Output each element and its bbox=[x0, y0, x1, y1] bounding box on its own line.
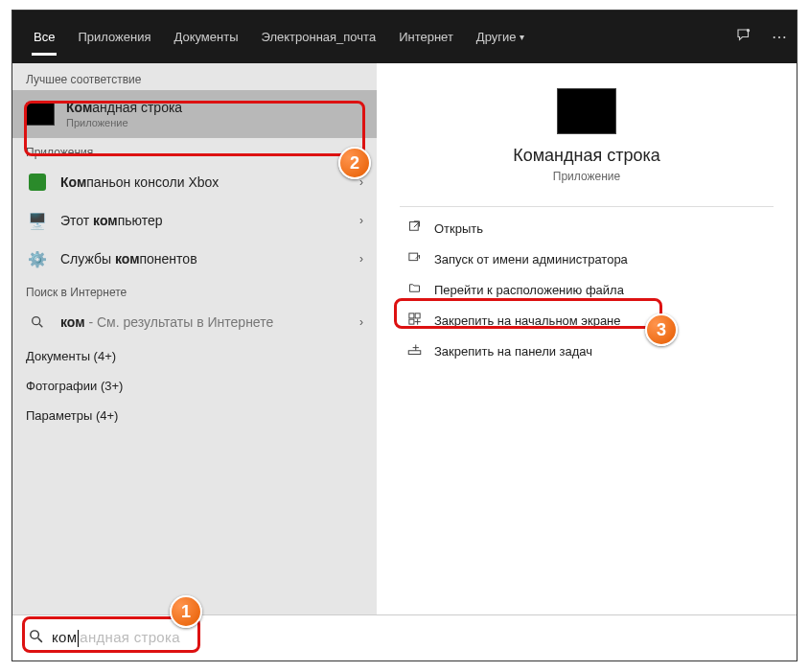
section-best-match: Лучшее соответствие bbox=[12, 65, 377, 90]
chevron-down-icon: ▾ bbox=[520, 32, 524, 42]
tab-all[interactable]: Все bbox=[22, 11, 66, 63]
result-command-prompt[interactable]: Командная строка Приложение bbox=[12, 90, 377, 138]
xbox-icon bbox=[29, 174, 46, 191]
svg-rect-7 bbox=[415, 313, 420, 318]
results-panel: Лучшее соответствие Командная строка При… bbox=[12, 63, 377, 614]
svg-line-2 bbox=[39, 324, 42, 327]
search-icon bbox=[28, 628, 44, 648]
pin-start-icon bbox=[405, 312, 423, 329]
chevron-right-icon: › bbox=[359, 252, 363, 266]
search-filter-tabs: Все Приложения Документы Электронная_поч… bbox=[12, 11, 797, 63]
svg-point-1 bbox=[33, 317, 40, 325]
tab-email[interactable]: Электронная_почта bbox=[249, 11, 387, 63]
tab-internet[interactable]: Интернет bbox=[387, 11, 465, 63]
result-xbox-companion[interactable]: Компаньон консоли Xbox › bbox=[12, 163, 377, 201]
feedback-icon[interactable] bbox=[735, 27, 752, 48]
svg-rect-5 bbox=[408, 253, 417, 261]
svg-point-14 bbox=[31, 631, 38, 639]
search-bar[interactable]: командная строка bbox=[12, 614, 797, 660]
admin-icon bbox=[405, 250, 423, 267]
result-web-search[interactable]: ком - См. результаты в Интернете › bbox=[12, 303, 377, 341]
action-pin-to-taskbar[interactable]: Закрепить на панели задач bbox=[377, 336, 797, 366]
chevron-right-icon: › bbox=[359, 214, 363, 227]
svg-rect-3 bbox=[409, 222, 418, 231]
open-icon bbox=[405, 220, 423, 237]
svg-rect-11 bbox=[408, 351, 421, 355]
result-settings-more[interactable]: Параметры (4+) bbox=[12, 401, 377, 430]
svg-rect-8 bbox=[408, 319, 413, 324]
divider bbox=[400, 206, 774, 207]
chevron-right-icon: › bbox=[359, 315, 363, 329]
action-open-file-location[interactable]: Перейти к расположению файла bbox=[377, 274, 797, 305]
action-open[interactable]: Открыть bbox=[377, 213, 797, 243]
result-photos-more[interactable]: Фотографии (3+) bbox=[12, 371, 377, 401]
search-icon bbox=[26, 311, 49, 334]
result-component-services[interactable]: ⚙️ Службы компонентов › bbox=[12, 240, 377, 278]
pin-taskbar-icon bbox=[405, 342, 423, 359]
section-web-search: Поиск в Интернете bbox=[12, 278, 377, 303]
action-pin-to-start[interactable]: Закрепить на начальном экране bbox=[377, 305, 797, 336]
folder-icon bbox=[405, 281, 423, 298]
preview-subtitle: Приложение bbox=[377, 170, 797, 183]
preview-panel: Командная строка Приложение Открыть Запу… bbox=[377, 63, 797, 614]
result-documents-more[interactable]: Документы (4+) bbox=[12, 341, 377, 371]
search-input[interactable]: командная строка bbox=[52, 629, 180, 647]
result-this-pc[interactable]: 🖥️ Этот компьютер › bbox=[12, 201, 377, 240]
action-run-as-admin[interactable]: Запуск от имени администратора bbox=[377, 243, 797, 274]
svg-rect-6 bbox=[408, 313, 413, 318]
chevron-right-icon: › bbox=[359, 175, 363, 189]
cmd-icon bbox=[26, 103, 55, 126]
pc-icon: 🖥️ bbox=[26, 209, 49, 232]
more-icon[interactable]: ⋯ bbox=[772, 28, 787, 46]
preview-title: Командная строка bbox=[377, 146, 797, 166]
preview-cmd-icon bbox=[557, 88, 616, 134]
tab-apps[interactable]: Приложения bbox=[66, 11, 162, 63]
tab-other[interactable]: Другие▾ bbox=[465, 11, 537, 63]
component-services-icon: ⚙️ bbox=[26, 247, 49, 270]
tab-documents[interactable]: Документы bbox=[162, 11, 249, 63]
svg-line-15 bbox=[38, 638, 42, 642]
svg-point-0 bbox=[747, 29, 749, 31]
section-apps: Приложения bbox=[12, 138, 377, 163]
